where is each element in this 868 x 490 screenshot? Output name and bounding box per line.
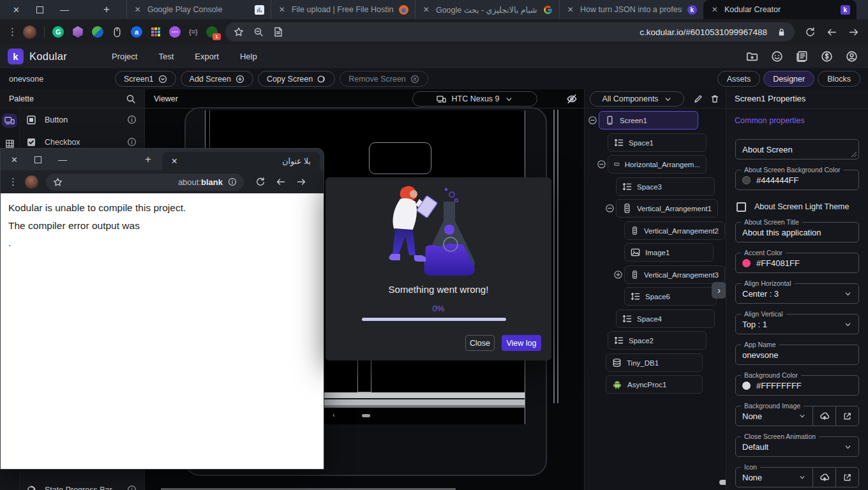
tree-item-horizontal-arrangement1[interactable]: Horizontal_Arrangem... [608,155,707,174]
browser-tab-file-upload[interactable]: ✕ File upload | Free File Hosting [271,0,415,19]
window-minimize-icon[interactable]: — [58,154,67,165]
view-log-button[interactable]: View log [502,335,541,351]
tree-item-tiny-db1[interactable]: Tiny_DB1 [606,353,703,372]
profile-avatar[interactable] [25,175,38,189]
popup-tab[interactable]: ✕ بلا عنوان [162,152,320,170]
cube-extension-icon[interactable] [72,26,84,38]
browser-menu-icon[interactable]: ⋮ [8,176,17,188]
tab-close-icon[interactable]: ✕ [712,5,718,14]
forward-icon[interactable] [296,177,306,187]
menu-help[interactable]: Help [240,52,257,61]
delete-trash-icon[interactable] [710,94,720,104]
close-button[interactable]: Close [465,335,495,351]
app-name-field[interactable]: App Name onevsone [735,345,859,365]
earnings-icon[interactable] [821,50,833,63]
tree-item-image1[interactable]: Image1 [624,243,714,262]
browser-menu-icon[interactable]: ⋮ [8,26,17,38]
profile-avatar[interactable] [23,26,36,39]
projects-folder-icon[interactable] [746,50,758,63]
back-icon[interactable] [276,177,286,187]
back-icon[interactable] [827,27,837,38]
upload-cloud-button[interactable] [813,468,835,487]
tab-close-icon[interactable]: ✕ [171,156,177,166]
window-close-icon[interactable]: ✕ [13,5,20,15]
checkbox-icon[interactable] [737,202,746,212]
all-components-dropdown[interactable]: All Components [590,91,684,107]
background-image-field[interactable]: Background Image None [735,406,859,426]
braces-extension-icon[interactable]: {=} [189,28,198,36]
tree-item-screen1[interactable]: Screen1 [599,111,698,130]
tab-assets[interactable]: Assets [717,71,761,87]
tree-item-vertical-arrangement3[interactable]: Vertical_Arrangement3 [624,265,725,284]
url-text[interactable]: about:blank [178,177,223,187]
browser-tab-kodular-creator[interactable]: ✕ Kodular Creator k [703,0,857,19]
background-color-field[interactable]: Background Color #FFFFFFFF [735,375,859,396]
about-screen-bg-color-field[interactable]: About Screen Background Color #444444FF [735,170,859,190]
mouse-extension-icon[interactable] [112,27,123,38]
about-screen-field[interactable]: About Screen [735,139,859,160]
search-icon[interactable] [126,94,136,104]
accent-color-field[interactable]: Accent Color #FF4081FF [735,253,859,273]
copy-screen-button[interactable]: Copy Screen [258,71,335,87]
popup-address-bar[interactable]: about:blank [46,174,244,191]
purple-extension-icon[interactable] [169,26,181,38]
tab-designer[interactable]: Designer [763,71,814,87]
info-icon[interactable] [127,137,137,147]
window-maximize-icon[interactable] [36,6,43,13]
window-minimize-icon[interactable]: — [60,4,69,15]
bookmark-star-icon[interactable] [234,27,244,37]
remove-screen-button[interactable]: Remove Screen [340,71,428,87]
tab-close-icon[interactable]: ✕ [423,5,430,14]
bookmark-star-icon[interactable] [53,177,63,187]
tree-item-space6[interactable]: Space6 [624,287,717,306]
tab-blocks[interactable]: Blocks [818,71,860,87]
community-icon[interactable] [771,50,783,63]
url-text[interactable]: c.kodular.io/#6010531099967488 [640,27,767,37]
tree-item-asyncproc1[interactable]: AsyncProc1 [606,375,703,394]
collapse-icon[interactable] [605,204,615,213]
menu-test[interactable]: Test [158,52,174,61]
tree-item-vertical-arrangement1[interactable]: Vertical_Arrangement1 [616,199,718,218]
reader-mode-icon[interactable] [273,27,283,37]
add-screen-button[interactable]: Add Screen [181,71,253,87]
menu-project[interactable]: Project [112,52,137,61]
window-close-icon[interactable]: ✕ [11,155,18,165]
address-bar[interactable]: c.kodular.io/#6010531099967488 [225,22,795,41]
icon-field[interactable]: Icon None [735,467,859,487]
zoom-out-icon[interactable] [253,27,264,37]
tree-item-space3[interactable]: Space3 [616,177,715,196]
browser-tab-google-search[interactable]: ✕ Google شبام بالانجليزي - بحث [415,0,559,19]
idm-extension-icon[interactable] [92,26,103,38]
a-extension-icon[interactable]: a [131,26,142,38]
lock-icon[interactable] [777,27,786,37]
toggle-visibility-icon[interactable] [566,93,578,105]
tab-close-icon[interactable]: ✕ [567,5,574,14]
forward-icon[interactable] [848,27,859,38]
tree-item-space2[interactable]: Space2 [608,331,707,350]
collapse-icon[interactable] [588,115,597,125]
reload-icon[interactable] [255,177,266,187]
about-screen-title-field[interactable]: About Screen Title About this applicatio… [735,222,859,242]
browser-tab-json[interactable]: ✕ How turn JSON into a professi k [559,0,703,19]
grid-extension-icon[interactable] [151,27,161,37]
viewer-scrollbar[interactable] [557,110,558,403]
new-tab-button[interactable]: + [103,3,110,16]
kodular-logo[interactable]: k [8,48,24,64]
tab-close-icon[interactable]: ✕ [135,5,141,14]
menu-export[interactable]: Export [195,52,219,61]
window-maximize-icon[interactable] [34,156,41,163]
align-horizontal-select[interactable]: Align Horizontal Center : 3 [735,283,859,304]
tree-item-space1[interactable]: Space1 [608,133,707,152]
tab-close-icon[interactable]: ✕ [279,5,285,14]
screen-select-button[interactable]: Screen1 [115,71,176,87]
green-extension-icon[interactable]: 1 [206,26,218,38]
account-icon[interactable] [846,50,858,63]
news-icon[interactable] [796,50,808,63]
info-icon[interactable] [127,485,137,490]
site-info-icon[interactable] [228,177,237,186]
collapse-icon[interactable] [597,160,606,169]
palette-item-button[interactable]: Button [19,108,144,131]
open-external-button[interactable] [836,406,858,426]
about-screen-light-theme-checkbox[interactable]: About Screen Light Theme [737,200,859,213]
new-tab-button[interactable]: + [145,153,151,166]
